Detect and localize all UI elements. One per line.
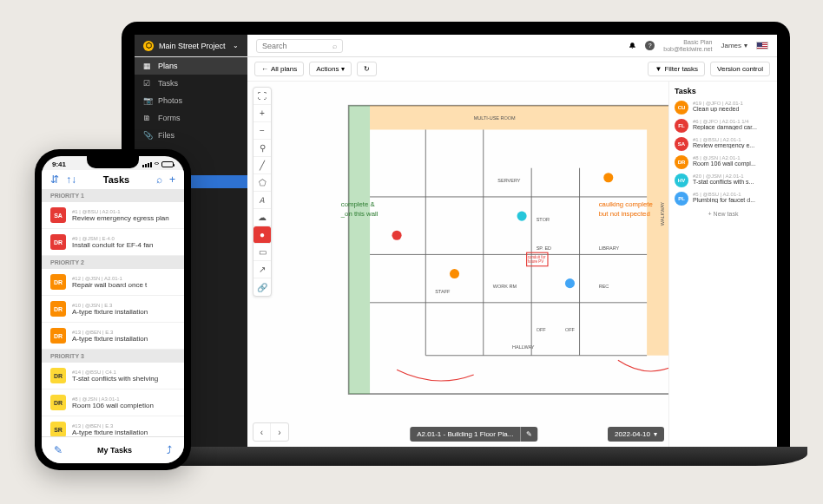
next-plan-button[interactable]: › — [271, 423, 288, 441]
expand-icon[interactable]: ⛶ — [253, 88, 271, 105]
phone-task-item[interactable]: DR #14 | @BSU | C4.1 T-stat conflicts wi… — [42, 363, 184, 389]
history-button[interactable]: ↻ — [357, 62, 377, 76]
sidebar-item-files[interactable]: 📎Files — [135, 127, 247, 144]
svg-text:STOR: STOR — [537, 217, 550, 222]
task-panel-item[interactable]: SA #1 | @BSU | A2.01-1 Review emergency … — [675, 137, 772, 151]
phone-notch — [87, 156, 139, 168]
priority-header: PRIORITY 3 — [42, 350, 184, 363]
laptop-base — [104, 447, 807, 466]
bell-icon[interactable]: 🔔︎ — [629, 42, 636, 50]
help-icon[interactable]: ? — [645, 41, 655, 50]
phone-bottom-bar: ✎ My Tasks ⤴ — [42, 436, 184, 463]
phone-task-list[interactable]: PRIORITY 1SA #1 | @BSU | A2.01-1 Review … — [42, 189, 184, 436]
sidebar-item-plans[interactable]: ▦Plans — [135, 57, 247, 75]
task-badge: DR — [50, 301, 66, 317]
svg-point-31 — [603, 173, 613, 182]
phone-task-item[interactable]: DR #9 | @JSM | E-4.0 Install conduit for… — [42, 229, 184, 256]
filter-icon[interactable]: ⇵ — [50, 173, 59, 186]
phone-nav-title: Tasks — [103, 174, 129, 185]
svg-text:but not inspected: but not inspected — [599, 210, 650, 218]
compose-icon[interactable]: ✎ — [54, 444, 63, 456]
all-plans-button[interactable]: ← All plans — [254, 62, 304, 76]
share-icon[interactable]: ⤴ — [167, 444, 172, 456]
new-task-button[interactable]: + New task — [675, 211, 772, 217]
link-icon[interactable]: 🔗 — [253, 278, 271, 296]
phone-task-item[interactable]: DR #8 | @JSN | A3.01-1 Room 106 wall com… — [42, 389, 184, 416]
filter-tasks-button[interactable]: ▼ Filter tasks — [648, 62, 705, 76]
sidebar-item-label: Tasks — [158, 79, 178, 88]
task-badge: SA — [675, 137, 688, 151]
task-panel-item[interactable]: DR #8 | @JSN | A2.01-1 Room 106 wall com… — [675, 155, 772, 169]
phone-task-item[interactable]: DR #13 | @BEN | E.3 A-type fixture insta… — [42, 323, 184, 350]
search-box[interactable]: ⌕ — [256, 39, 343, 53]
priority-header: PRIORITY 2 — [42, 256, 184, 269]
svg-text:complete &: complete & — [341, 200, 376, 208]
phone-task-item[interactable]: SA #1 | @BSU | A2.01-1 Review emergency … — [42, 202, 184, 229]
sidebar-item-label: Forms — [158, 114, 181, 122]
topbar: ⬡ Main Street Project ⌄ ⌕ 🔔︎ ? Basic Pla… — [135, 35, 777, 57]
filter-icon: ▼ — [655, 65, 662, 73]
sidebar-item-forms[interactable]: 🗎Forms — [135, 109, 247, 127]
search-icon[interactable]: ⌕ — [156, 173, 162, 186]
date-label[interactable]: 2022-04-10 ▾ — [608, 427, 664, 442]
task-panel-item[interactable]: PL #5 | @BSU | A2.01-1 Plumbing for fauc… — [675, 192, 772, 206]
rect-icon[interactable]: ▭ — [253, 244, 271, 261]
svg-text:REC: REC — [599, 284, 609, 289]
record-icon[interactable]: ● — [253, 226, 271, 244]
battery-icon — [161, 161, 174, 167]
zoom-in-icon[interactable]: + — [253, 105, 271, 122]
plan-info: Basic Plan bob@fieldwire.net — [663, 39, 712, 52]
pencil-icon[interactable]: ✎ — [520, 427, 537, 442]
task-title: Review emergency egress plan — [72, 214, 175, 222]
search-input[interactable] — [262, 42, 314, 50]
prev-plan-button[interactable]: ‹ — [253, 423, 271, 441]
task-badge: SA — [50, 207, 66, 223]
task-panel-item[interactable]: FL #6 | @JFO | A2.01-1 1/4 Replace damag… — [675, 119, 772, 133]
caret-down-icon: ▾ — [744, 42, 747, 49]
phone-frame: 9:41 ⌔ ⇵ ↑↓ Tasks ⌕ + PRIORITY 1SA #1 | … — [35, 149, 191, 470]
phone-task-item[interactable]: DR #12 | @JSN | A2.01-1 Repair wall boar… — [42, 269, 184, 296]
task-badge: SR — [50, 422, 66, 436]
task-panel-item[interactable]: HV #20 | @JSM | A2.01-1 T-stat conflicts… — [675, 173, 772, 187]
task-panel-title: Tasks — [675, 87, 772, 95]
actions-dropdown[interactable]: Actions ▾ — [309, 62, 352, 76]
user-name: James — [721, 42, 741, 49]
pin-icon[interactable]: ⚲ — [253, 140, 271, 157]
plan-label-text[interactable]: A2.01-1 - Building 1 Floor Pla... — [410, 427, 520, 442]
plans-icon: ▦ — [143, 62, 152, 70]
task-title: Clean up needed — [693, 106, 772, 112]
main-area: ← All plans Actions ▾ ↻ ▼ — [247, 57, 777, 447]
sort-icon[interactable]: ↑↓ — [66, 173, 76, 186]
task-badge: DR — [50, 274, 66, 290]
phone-screen: 9:41 ⌔ ⇵ ↑↓ Tasks ⌕ + PRIORITY 1SA #1 | … — [42, 156, 184, 463]
sidebar-item-label: Photos — [158, 96, 182, 105]
arrow-icon[interactable]: ↗ — [253, 261, 271, 278]
project-selector[interactable]: ⬡ Main Street Project ⌄ — [135, 35, 247, 56]
cloud-icon[interactable]: ☁ — [253, 209, 271, 226]
text-icon[interactable]: 𝘈 — [253, 192, 271, 209]
caret-down-icon: ▾ — [341, 65, 345, 73]
sidebar-item-tasks[interactable]: ☑Tasks — [135, 75, 247, 92]
task-panel-item[interactable]: CU #19 | @JFO | A2.01-1 Clean up needed — [675, 101, 772, 115]
phone-nav: ⇵ ↑↓ Tasks ⌕ + — [42, 170, 184, 189]
priority-header: PRIORITY 1 — [42, 189, 184, 202]
task-badge: PL — [675, 192, 688, 206]
svg-text:WALKWAY: WALKWAY — [660, 201, 665, 226]
zoom-out-icon[interactable]: − — [253, 122, 271, 140]
add-icon[interactable]: + — [169, 173, 175, 186]
sidebar-item-label: Plans — [158, 62, 178, 70]
svg-text:WORK RM: WORK RM — [493, 284, 517, 289]
task-badge: DR — [675, 155, 688, 169]
phone-task-item[interactable]: SR #13 | @BEN | E.3 A-type fixture insta… — [42, 416, 184, 436]
user-dropdown[interactable]: James ▾ — [721, 42, 747, 49]
us-flag-icon[interactable] — [756, 42, 768, 49]
signal-icon — [142, 162, 152, 167]
app-logo-icon: ⬡ — [143, 41, 154, 51]
phone-task-item[interactable]: DR #10 | @JSN | E.3 A-type fixture insta… — [42, 296, 184, 323]
task-title: Room 106 wall completion — [72, 402, 175, 409]
sidebar-item-photos[interactable]: 📷Photos — [135, 92, 247, 109]
line-icon[interactable]: ╱ — [253, 157, 271, 174]
shape-icon[interactable]: ⬠ — [253, 174, 271, 192]
version-control-button[interactable]: Version control — [710, 62, 770, 76]
svg-point-29 — [517, 212, 527, 221]
